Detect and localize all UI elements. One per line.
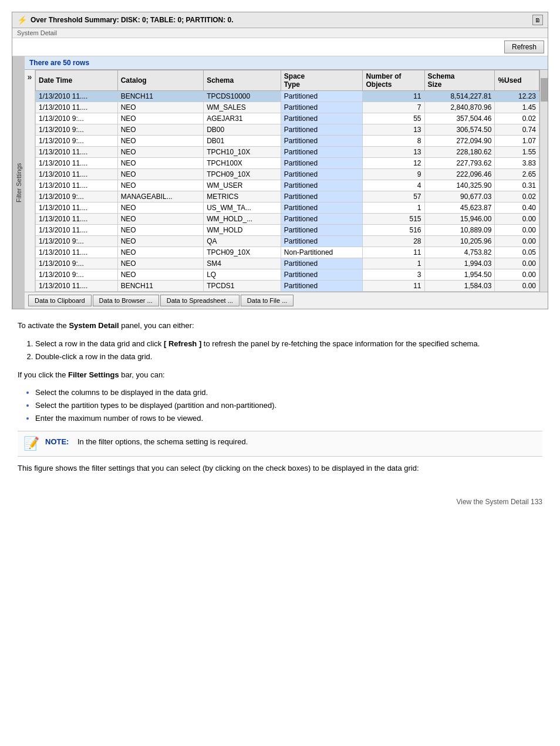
scrollbar[interactable] — [539, 70, 548, 292]
cell-catalog: NEO — [117, 147, 204, 158]
cell-num-objects: 57 — [363, 191, 424, 202]
cell-catalog: NEO — [117, 269, 204, 281]
cell-schema: LQ — [204, 269, 281, 281]
table-row[interactable]: 1/13/2010 11.... BENCH11 TPCDS10000 Part… — [36, 91, 539, 102]
refresh-button[interactable]: Refresh — [504, 40, 544, 53]
cell-catalog: NEO — [117, 247, 204, 258]
cell-num-objects: 1 — [363, 202, 424, 214]
cell-num-objects: 8 — [363, 136, 424, 147]
cell-catalog: NEO — [117, 158, 204, 169]
data-to-clipboard-button[interactable]: Data to Clipboard — [28, 295, 92, 306]
data-to-file-button[interactable]: Data to File ... — [241, 295, 294, 306]
cell-schema: SM4 — [204, 258, 281, 269]
table-row[interactable]: 1/13/2010 9:... NEO LQ Partitioned 3 1,9… — [36, 269, 539, 281]
cell-pct-used: 1.45 — [495, 102, 539, 113]
data-to-spreadsheet-button[interactable]: Data to Spreadsheet ... — [160, 295, 239, 306]
cell-num-objects: 11 — [363, 91, 424, 102]
table-row[interactable]: 1/13/2010 11.... NEO TPCH09_10X Partitio… — [36, 169, 539, 180]
table-row[interactable]: 1/13/2010 11.... NEO TPCH10_10X Partitio… — [36, 147, 539, 158]
table-row[interactable]: 1/13/2010 11.... NEO WM_HOLD_... Partiti… — [36, 214, 539, 225]
col-header-space-type: SpaceType — [281, 70, 363, 91]
filter-content-area: Filter Settings There are 50 rows » Date… — [12, 56, 548, 309]
table-row[interactable]: 1/13/2010 11.... NEO TPCH09_10X Non-Part… — [36, 247, 539, 258]
table-row[interactable]: 1/13/2010 11.... NEO WM_SALES Partitione… — [36, 102, 539, 113]
scroll-thumb[interactable] — [541, 78, 548, 102]
cell-pct-used: 0.00 — [495, 225, 539, 236]
cell-pct-used: 1.55 — [495, 147, 539, 158]
system-detail-panel: ⚡ Over Threshold Summary: DISK: 0; TABLE… — [12, 12, 548, 309]
cell-catalog: BENCH11 — [117, 281, 204, 292]
panel-header: ⚡ Over Threshold Summary: DISK: 0; TABLE… — [12, 12, 548, 28]
cell-catalog: NEO — [117, 258, 204, 269]
cell-schema-size: 140,325.90 — [424, 180, 495, 191]
note-content: NOTE: In the filter options, the schema … — [45, 436, 248, 448]
cell-catalog: NEO — [117, 180, 204, 191]
table-row[interactable]: 1/13/2010 9:... NEO DB00 Partitioned 13 … — [36, 124, 539, 136]
cell-num-objects: 3 — [363, 269, 424, 281]
col-header-datetime: Date Time — [36, 70, 118, 91]
filter-settings-ref: Filter Settings — [68, 370, 119, 379]
table-row[interactable]: 1/13/2010 9:... NEO SM4 Partitioned 1 1,… — [36, 258, 539, 269]
cell-catalog: NEO — [117, 214, 204, 225]
table-row[interactable]: 1/13/2010 11.... NEO WM_USER Partitioned… — [36, 180, 539, 191]
cell-space-type: Partitioned — [281, 191, 363, 202]
table-row[interactable]: 1/13/2010 11.... NEO US_WM_TA... Partiti… — [36, 202, 539, 214]
cell-pct-used: 0.31 — [495, 180, 539, 191]
cell-schema: DB01 — [204, 136, 281, 147]
col-header-schema: Schema — [204, 70, 281, 91]
system-detail-bold: System Detail — [69, 321, 119, 330]
cell-space-type: Partitioned — [281, 113, 363, 124]
cell-pct-used: 3.83 — [495, 158, 539, 169]
cell-schema-size: 45,623.87 — [424, 202, 495, 214]
cell-pct-used: 0.74 — [495, 124, 539, 136]
col-header-num-objects: Number ofObjects — [363, 70, 424, 91]
cell-num-objects: 9 — [363, 169, 424, 180]
col-header-schema-size: SchemaSize — [424, 70, 495, 91]
cell-schema-size: 2,840,870.96 — [424, 102, 495, 113]
data-grid-wrapper: » Date Time Catalog Schema SpaceType Num… — [25, 70, 548, 292]
filter-settings-bar[interactable]: Filter Settings — [12, 56, 25, 309]
cell-datetime: 1/13/2010 11.... — [36, 202, 118, 214]
data-to-browser-button[interactable]: Data to Browser ... — [93, 295, 159, 306]
cell-schema: TPCH100X — [204, 158, 281, 169]
cell-datetime: 1/13/2010 11.... — [36, 225, 118, 236]
cell-datetime: 1/13/2010 9:... — [36, 191, 118, 202]
table-row[interactable]: 1/13/2010 9:... MANAGEABIL... METRICS Pa… — [36, 191, 539, 202]
cell-catalog: NEO — [117, 169, 204, 180]
table-row[interactable]: 1/13/2010 9:... NEO QA Partitioned 28 10… — [36, 236, 539, 247]
cell-pct-used: 0.02 — [495, 113, 539, 124]
cell-space-type: Partitioned — [281, 214, 363, 225]
cell-schema: WM_HOLD — [204, 225, 281, 236]
cell-space-type: Partitioned — [281, 236, 363, 247]
cell-schema-size: 10,889.09 — [424, 225, 495, 236]
cell-schema-size: 15,946.00 — [424, 214, 495, 225]
cell-catalog: MANAGEABIL... — [117, 191, 204, 202]
cell-schema: QA — [204, 236, 281, 247]
cell-schema: METRICS — [204, 191, 281, 202]
row-selector-arrow: » — [28, 72, 32, 82]
save-icon[interactable]: 🗎 — [532, 15, 543, 25]
cell-schema-size: 228,180.62 — [424, 147, 495, 158]
toolbar: Refresh — [12, 38, 548, 56]
grid-table-wrapper[interactable]: Date Time Catalog Schema SpaceType Numbe… — [35, 70, 539, 292]
main-content: There are 50 rows » Date Time Catalog Sc… — [25, 56, 548, 309]
table-row[interactable]: 1/13/2010 11.... NEO TPCH100X Partitione… — [36, 158, 539, 169]
table-row[interactable]: 1/13/2010 9:... NEO AGEJAR31 Partitioned… — [36, 113, 539, 124]
threshold-icon: ⚡ — [17, 15, 27, 25]
table-row[interactable]: 1/13/2010 9:... NEO DB01 Partitioned 8 2… — [36, 136, 539, 147]
cell-datetime: 1/13/2010 11.... — [36, 180, 118, 191]
panel-header-title: Over Threshold Summary: DISK: 0; TABLE: … — [31, 16, 234, 24]
cell-space-type: Partitioned — [281, 269, 363, 281]
step-1: Select a row in the data grid and click … — [35, 337, 542, 350]
action-button-bar: Data to Clipboard Data to Browser ... Da… — [25, 292, 548, 309]
cell-pct-used: 0.05 — [495, 247, 539, 258]
cell-space-type: Partitioned — [281, 180, 363, 191]
table-row[interactable]: 1/13/2010 11.... BENCH11 TPCDS1 Partitio… — [36, 281, 539, 292]
cell-space-type: Partitioned — [281, 136, 363, 147]
cell-schema: TPCDS1 — [204, 281, 281, 292]
data-grid: Date Time Catalog Schema SpaceType Numbe… — [35, 70, 539, 292]
cell-schema: TPCH09_10X — [204, 169, 281, 180]
table-row[interactable]: 1/13/2010 11.... NEO WM_HOLD Partitioned… — [36, 225, 539, 236]
cell-schema-size: 1,584.03 — [424, 281, 495, 292]
cell-num-objects: 516 — [363, 225, 424, 236]
